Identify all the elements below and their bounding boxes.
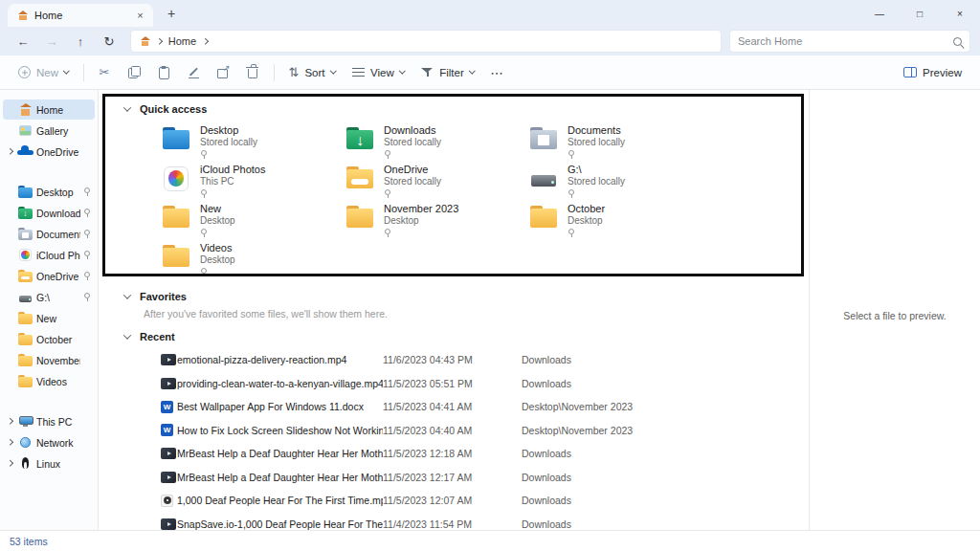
quick-access-tile-icloud-photos[interactable]: iCloud Photos This PC [161,164,345,203]
tab-close-icon[interactable]: × [133,10,147,21]
quick-access-tile-videos[interactable]: Videos Desktop [161,242,345,281]
file-location: Downloads [522,448,571,459]
close-button[interactable]: × [940,0,980,27]
new-tab-button[interactable]: + [161,6,182,21]
quick-access-tile-onedrive[interactable]: OneDrive Stored locally [345,164,528,203]
address-bar[interactable]: Home [130,30,722,53]
chevron-down-icon [330,68,336,74]
refresh-button[interactable]: ↻ [96,30,122,53]
chevron-right-icon[interactable] [202,38,208,44]
quick-access-tile-november-2023[interactable]: November 2023 Desktop [345,203,528,242]
sort-button[interactable]: ⇅ Sort [280,59,345,86]
sidebar-item-home[interactable]: Home [3,99,95,120]
cut-button[interactable]: ✂ [90,59,120,86]
drive-icon [530,166,558,188]
breadcrumb-home-icon[interactable] [140,36,150,46]
quick-access-subtitle: Stored locally [200,137,257,148]
sidebar-item-label: November 2023 [36,355,80,366]
quick-access-tile-october[interactable]: October Desktop [528,203,712,242]
more-button[interactable]: ⋯ [482,59,512,86]
preview-toggle[interactable]: Preview [895,59,970,86]
maximize-button[interactable]: □ [900,0,940,27]
folder-documents-icon [18,228,33,239]
video-icon [161,472,176,483]
recent-file-row[interactable]: How to Fix Lock Screen Slideshow Not Wor… [161,419,809,443]
recent-file-row[interactable]: Best Wallpaper App For Windows 11.docx 1… [161,395,809,419]
quick-access-tile-g[interactable]: G:\ Stored locally [528,164,712,203]
quick-access-tile-documents[interactable]: Documents Stored locally [528,124,712,164]
sidebar-item-icloud-photos[interactable]: iCloud Photos [3,245,95,265]
favorites-section: Favorites After you've favorited some fi… [124,287,809,321]
tab-home[interactable]: Home × [8,4,153,27]
sidebar-item-november-2023[interactable]: November 2023 [3,350,95,370]
recent-file-row[interactable]: MrBeast Help a Deaf Daughter Hear Her Mo… [161,442,809,466]
quick-access-section: Quick access Desktop Stored locally Down… [124,99,809,281]
quick-access-tile-downloads[interactable]: Downloads Stored locally [345,124,528,164]
sidebar-item-label: Desktop [36,187,80,198]
minimize-button[interactable]: — [859,0,900,27]
view-icon [352,67,365,78]
up-button[interactable]: ↑ [67,30,94,53]
pin-icon [384,189,390,198]
drive-icon [18,291,33,302]
chevron-right-icon[interactable] [7,439,12,445]
search-input[interactable] [738,35,953,47]
navigation-bar: ← → ↑ ↻ Home [0,27,980,55]
command-toolbar: New ✂ ⇅ Sort View Filter ⋯ Previe [0,55,980,90]
back-button[interactable]: ← [10,30,36,53]
chevron-right-icon[interactable] [7,148,12,154]
sort-button-label: Sort [304,67,324,78]
sidebar-item-g[interactable]: G:\ [3,287,95,307]
view-button[interactable]: View [344,59,412,86]
sidebar-item-network[interactable]: Network [3,432,95,452]
breadcrumb-item-home[interactable]: Home [168,35,196,47]
pin-icon [384,150,390,159]
search-box[interactable] [729,30,970,53]
scissors-icon: ✂ [100,66,110,78]
sidebar-item-label: Network [36,437,80,449]
file-name: providing-clean-water-to-a-kenyan-villag… [177,378,383,389]
toolbar-separator [83,64,84,81]
file-name: MrBeast Help a Deaf Daughter Hear Her Mo… [177,472,383,483]
quick-access-name: October [568,203,605,215]
more-icon: ⋯ [490,65,504,80]
chevron-down-icon[interactable] [123,103,131,111]
recent-file-row[interactable]: providing-clean-water-to-a-kenyan-villag… [161,372,809,396]
delete-button[interactable] [238,59,268,86]
sidebar-item-new[interactable]: New [3,308,95,328]
quick-access-name: iCloud Photos [200,164,266,176]
quick-access-tile-new[interactable]: New Desktop [161,203,345,242]
recent-file-row[interactable]: MrBeast Help a Deaf Daughter Hear Her Mo… [161,466,809,490]
sidebar-item-onedrive-persona[interactable]: OneDrive - Persona [3,142,95,162]
sidebar-item-october[interactable]: October [3,329,95,349]
recent-file-row[interactable]: 1,000 Deaf People Hear For The First Tim… [161,489,809,513]
pin-icon [200,150,207,159]
share-button[interactable] [209,59,238,86]
quick-access-subtitle: Stored locally [384,176,441,187]
pc-icon [18,415,33,427]
filter-button[interactable]: Filter [412,59,482,86]
sidebar-item-documents[interactable]: Documents [3,224,95,244]
chevron-right-icon[interactable] [7,460,12,466]
copy-button[interactable] [120,59,149,86]
recent-file-row[interactable]: SnapSave.io-1,000 Deaf People Hear For T… [161,513,809,531]
chevron-down-icon[interactable] [123,291,131,298]
sidebar-item-downloads[interactable]: Downloads [3,203,95,223]
chevron-right-icon[interactable] [156,38,162,44]
new-button[interactable]: New [10,59,78,86]
sidebar-item-videos[interactable]: Videos [3,371,95,391]
pin-icon [83,187,90,196]
paste-button[interactable] [149,59,179,86]
file-name: 1,000 Deaf People Hear For The First Tim… [177,495,383,506]
forward-button[interactable]: → [38,30,65,53]
sidebar-item-this-pc[interactable]: This PC [3,411,95,431]
chevron-right-icon[interactable] [7,418,12,424]
sidebar-item-linux[interactable]: Linux [3,453,95,474]
quick-access-tile-desktop[interactable]: Desktop Stored locally [161,124,345,164]
recent-file-row[interactable]: emotional-pizza-delivery-reaction.mp4 11… [161,348,809,372]
chevron-down-icon[interactable] [123,331,131,339]
sidebar-item-desktop[interactable]: Desktop [3,182,95,202]
sidebar-item-onedrive[interactable]: OneDrive [3,266,95,286]
sidebar-item-gallery[interactable]: Gallery [3,121,95,141]
rename-button[interactable] [179,59,209,86]
